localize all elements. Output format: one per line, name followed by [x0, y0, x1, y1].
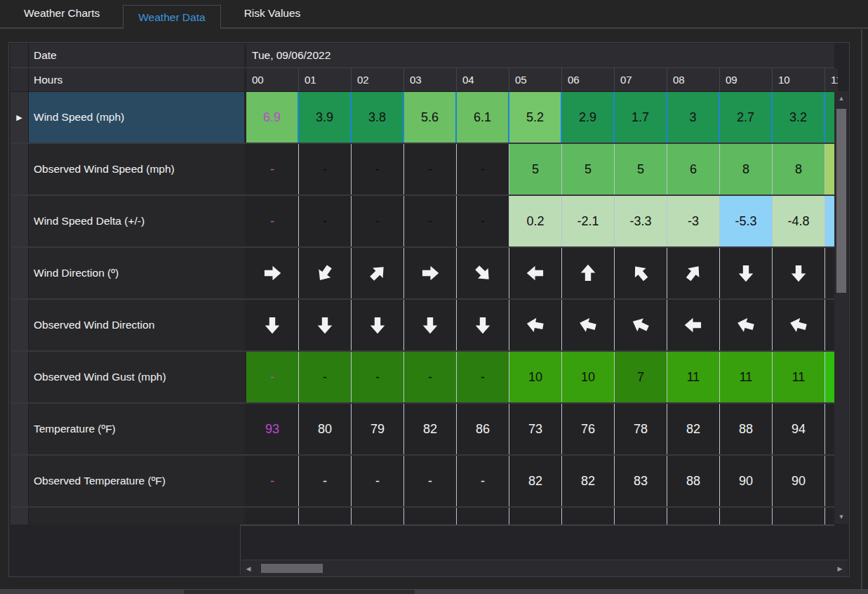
hour-cell[interactable]: 11 [825, 68, 838, 91]
data-cell[interactable]: - [352, 352, 404, 402]
row-label[interactable]: Wind Speed Delta (+/-) [29, 196, 246, 246]
wind-direction-arrow-cell[interactable] [509, 300, 562, 350]
data-cell[interactable] [562, 508, 615, 524]
data-cell[interactable]: 80 [299, 404, 352, 454]
data-cell[interactable]: 88 [667, 456, 720, 506]
row-label[interactable]: Wind Direction (º) [29, 248, 246, 298]
data-cell[interactable]: 86 [457, 404, 509, 454]
tab-risk-values[interactable]: Risk Values [229, 0, 316, 27]
hour-cell[interactable]: 10 [773, 68, 825, 91]
data-cell[interactable] [404, 508, 457, 524]
data-cell[interactable] [773, 508, 825, 524]
data-cell[interactable]: - [352, 144, 404, 194]
data-cell[interactable]: -2.1 [562, 196, 615, 246]
tab-weather-charts[interactable]: Weather Charts [9, 0, 114, 27]
wind-direction-arrow-cell[interactable] [457, 300, 509, 350]
wind-direction-arrow-cell[interactable] [615, 300, 667, 350]
wind-direction-arrow-cell[interactable] [615, 248, 667, 298]
data-cell[interactable]: -3 [667, 196, 720, 246]
data-cell[interactable]: 5 [615, 144, 667, 194]
data-cell[interactable]: - [299, 456, 352, 506]
data-cell[interactable]: - [299, 196, 352, 246]
data-cell[interactable]: 88 [720, 404, 773, 454]
data-cell[interactable]: - [352, 196, 404, 246]
wind-direction-arrow-cell[interactable] [352, 248, 404, 298]
data-cell[interactable]: - [457, 456, 509, 506]
data-cell[interactable]: - [404, 352, 457, 402]
wind-direction-arrow-cell[interactable] [509, 248, 562, 298]
data-cell[interactable]: 11 [667, 352, 720, 402]
hours-row-label[interactable]: Hours [29, 68, 246, 91]
date-row-label[interactable]: Date [29, 44, 246, 67]
data-cell[interactable]: - [404, 144, 457, 194]
data-cell[interactable]: - [299, 144, 352, 194]
wind-direction-arrow-cell[interactable] [667, 248, 720, 298]
data-cell[interactable] [667, 508, 720, 524]
hour-cell[interactable]: 02 [352, 68, 404, 91]
data-cell[interactable]: 10 [562, 352, 615, 402]
row-label[interactable]: Observed Wind Speed (mph) [29, 144, 246, 194]
data-cell[interactable]: 0.2 [509, 196, 562, 246]
wind-direction-arrow-cell[interactable] [299, 248, 352, 298]
data-cell[interactable]: 11 [773, 352, 825, 402]
data-cell[interactable]: 82 [404, 404, 457, 454]
hour-cell[interactable]: 08 [667, 68, 720, 91]
data-cell[interactable]: 94 [773, 404, 825, 454]
row-label[interactable]: Temperature (ºF) [29, 404, 246, 454]
horizontal-scrollbar[interactable]: ◀ ▶ [241, 560, 848, 576]
data-cell[interactable]: 3.2 [773, 92, 825, 143]
data-cell[interactable]: - [299, 352, 352, 402]
data-cell[interactable]: 76 [562, 404, 615, 454]
data-cell[interactable]: 11 [720, 352, 773, 402]
wind-direction-arrow-cell[interactable] [667, 300, 720, 350]
data-cell[interactable]: 90 [720, 456, 773, 506]
data-cell[interactable] [509, 508, 562, 524]
data-cell[interactable]: 82 [509, 456, 562, 506]
wind-direction-arrow-cell[interactable] [562, 248, 615, 298]
hour-cell[interactable]: 09 [720, 68, 773, 91]
hour-cell[interactable]: 07 [615, 68, 667, 91]
data-cell[interactable]: - [457, 352, 509, 402]
hour-cell[interactable]: 00 [246, 68, 299, 91]
data-cell[interactable]: 3 [667, 92, 720, 143]
data-cell[interactable]: -4.8 [773, 196, 825, 246]
data-cell[interactable] [720, 508, 773, 524]
data-cell[interactable]: 90 [773, 456, 825, 506]
data-cell[interactable]: 6 [667, 144, 720, 194]
data-cell[interactable]: 2.7 [720, 92, 773, 143]
data-cell[interactable] [246, 508, 299, 524]
data-cell[interactable] [352, 508, 404, 524]
data-cell[interactable]: - [246, 352, 299, 402]
data-cell[interactable]: 8 [773, 144, 825, 194]
hour-cell[interactable]: 03 [404, 68, 457, 91]
data-cell[interactable]: 3.9 [299, 92, 352, 143]
wind-direction-arrow-cell[interactable] [352, 300, 404, 350]
data-cell[interactable]: 82 [562, 456, 615, 506]
data-cell[interactable]: - [246, 196, 299, 246]
wind-direction-arrow-cell[interactable] [562, 300, 615, 350]
wind-direction-arrow-cell[interactable] [720, 300, 773, 350]
vertical-scrollbar[interactable]: ▲ ▼ [834, 91, 848, 524]
data-cell[interactable]: 2.9 [562, 92, 615, 143]
data-cell[interactable]: - [352, 456, 404, 506]
hour-cell[interactable]: 04 [457, 68, 509, 91]
scroll-down-icon[interactable]: ▼ [834, 511, 848, 522]
hour-cell[interactable]: 01 [299, 68, 352, 91]
data-cell[interactable] [615, 508, 667, 524]
date-value-cell[interactable]: Tue, 09/06/2022 [246, 44, 834, 67]
row-label[interactable]: Observed Wind Direction [29, 300, 246, 350]
scroll-up-icon[interactable]: ▲ [834, 93, 848, 104]
data-cell[interactable]: 10 [509, 352, 562, 402]
wind-direction-arrow-cell[interactable] [720, 248, 773, 298]
data-cell[interactable]: 78 [615, 404, 667, 454]
hour-cell[interactable]: 06 [562, 68, 615, 91]
data-cell[interactable] [457, 508, 509, 524]
data-cell[interactable]: - [457, 196, 509, 246]
horizontal-scrollbar-thumb[interactable] [261, 564, 323, 573]
wind-direction-arrow-cell[interactable] [246, 300, 299, 350]
hour-cell[interactable]: 05 [509, 68, 562, 91]
wind-direction-arrow-cell[interactable] [773, 300, 825, 350]
tab-weather-data[interactable]: Weather Data [123, 5, 220, 29]
data-cell[interactable]: 93 [246, 404, 299, 454]
wind-direction-arrow-cell[interactable] [246, 248, 299, 298]
